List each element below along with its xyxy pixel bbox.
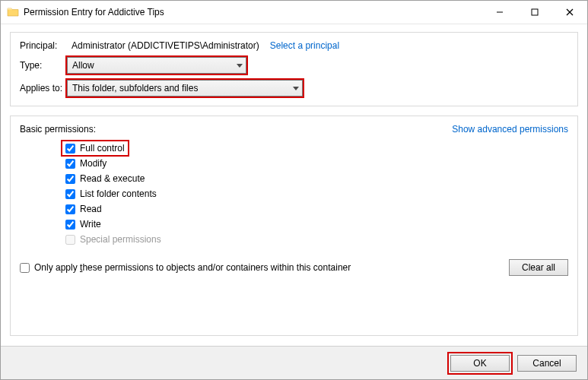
clear-all-button[interactable]: Clear all — [509, 259, 568, 276]
perm-read-checkbox[interactable] — [65, 204, 75, 214]
basic-permissions-label: Basic permissions: — [20, 124, 96, 135]
perm-special-checkbox — [65, 235, 75, 245]
principal-label: Principal: — [20, 40, 67, 51]
svg-rect-1 — [532, 9, 538, 15]
perm-modify: Modify — [62, 156, 568, 171]
perm-write: Write — [62, 217, 568, 232]
folder-icon — [7, 6, 19, 18]
window-title: Permission Entry for Addictive Tips — [24, 7, 164, 17]
perm-list-folder: List folder contents — [62, 186, 568, 201]
principal-value: Administrator (ADDICTIVETIPS\Administrat… — [72, 40, 259, 51]
perm-full-control-checkbox[interactable] — [65, 144, 75, 154]
perm-modify-label: Modify — [80, 158, 106, 169]
perm-special: Special permissions — [62, 232, 568, 247]
cancel-button[interactable]: Cancel — [517, 355, 577, 372]
maximize-button[interactable] — [517, 1, 552, 24]
perm-modify-checkbox[interactable] — [65, 159, 75, 169]
only-apply-row: Only apply these permissions to objects … — [20, 262, 351, 273]
applies-to-label: Applies to: — [20, 83, 67, 93]
applies-to-combobox-value: This folder, subfolders and files — [72, 83, 198, 93]
perm-list-folder-label: List folder contents — [80, 188, 157, 199]
perm-read-execute: Read & execute — [62, 171, 568, 186]
perm-read-execute-label: Read & execute — [80, 173, 145, 184]
perm-list-folder-checkbox[interactable] — [65, 189, 75, 199]
close-button[interactable] — [552, 1, 587, 24]
dialog-footer: OK Cancel — [1, 346, 587, 379]
select-principal-link[interactable]: Select a principal — [270, 40, 339, 51]
only-apply-label: Only apply these permissions to objects … — [34, 262, 351, 273]
permissions-panel: Basic permissions: Show advanced permiss… — [10, 116, 578, 336]
perm-write-checkbox[interactable] — [65, 220, 75, 230]
perm-read: Read — [62, 201, 568, 217]
perm-special-label: Special permissions — [80, 234, 161, 245]
chevron-down-icon — [237, 64, 243, 68]
type-combobox[interactable]: Allow — [67, 57, 246, 74]
perm-write-label: Write — [80, 219, 101, 230]
chevron-down-icon — [293, 87, 299, 90]
only-apply-checkbox[interactable] — [20, 263, 30, 273]
ok-button[interactable]: OK — [450, 355, 510, 372]
show-advanced-permissions-link[interactable]: Show advanced permissions — [452, 124, 568, 135]
perm-read-label: Read — [80, 204, 102, 214]
minimize-button[interactable] — [482, 1, 517, 24]
title-bar: Permission Entry for Addictive Tips — [1, 1, 587, 24]
perm-read-execute-checkbox[interactable] — [65, 174, 75, 184]
type-combobox-value: Allow — [72, 60, 94, 71]
perm-full-control: Full control — [62, 141, 568, 156]
perm-full-control-label: Full control — [80, 143, 125, 154]
permission-list: Full control Modify Read & execute List … — [20, 141, 568, 247]
type-label: Type: — [20, 60, 67, 71]
applies-to-combobox[interactable]: This folder, subfolders and files — [67, 80, 303, 97]
principal-panel: Principal: Administrator (ADDICTIVETIPS\… — [10, 32, 578, 106]
window-controls — [482, 1, 587, 24]
